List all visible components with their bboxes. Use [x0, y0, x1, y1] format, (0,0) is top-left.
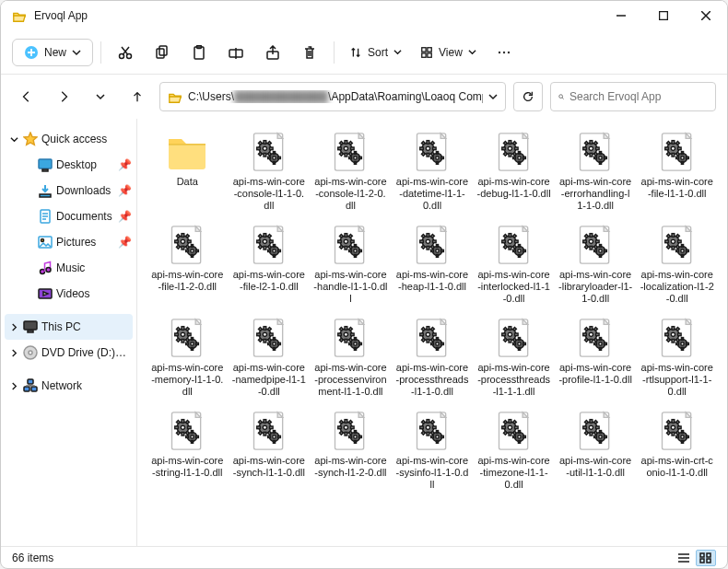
file-item[interactable]: api-ms-win-core-util-l1-1-0.dll: [557, 405, 635, 494]
view-icon: [420, 46, 433, 59]
share-button[interactable]: [256, 36, 289, 69]
new-button[interactable]: New: [12, 39, 93, 66]
file-item[interactable]: api-ms-win-core-handle-l1-1-0.dll: [311, 219, 390, 308]
sidebar-item-music[interactable]: Music: [19, 255, 133, 281]
dll-icon: [410, 409, 454, 453]
quick-access[interactable]: Quick access: [5, 126, 133, 152]
copy-button[interactable]: [146, 36, 179, 69]
svg-rect-45: [422, 52, 426, 56]
dll-icon: [328, 409, 372, 453]
dll-icon: [247, 223, 291, 267]
chevron-down-icon[interactable]: [488, 92, 498, 101]
maximize-button[interactable]: [642, 1, 685, 30]
file-item[interactable]: api-ms-win-core-interlocked-l1-1-0.dll: [475, 219, 553, 308]
file-item[interactable]: api-ms-win-core-synch-l1-1-0.dll: [230, 405, 309, 494]
pin-icon: 📌: [118, 236, 129, 249]
dll-icon: [247, 130, 291, 174]
svg-point-49: [508, 51, 510, 52]
file-item[interactable]: api-ms-win-core-file-l1-2-0.dll: [148, 219, 227, 308]
file-item[interactable]: api-ms-win-core-libraryloader-l1-1-0.dll: [557, 219, 635, 308]
delete-button[interactable]: [293, 36, 326, 69]
file-item[interactable]: api-ms-win-core-console-l1-1-0.dll: [230, 126, 309, 215]
file-item[interactable]: api-ms-win-core-string-l1-1-0.dll: [148, 405, 227, 494]
explorer-window: Ervoql App New Sort View C:\Users\██████…: [0, 0, 728, 569]
music-icon: [38, 261, 53, 275]
file-item[interactable]: api-ms-win-core-heap-l1-1-0.dll: [393, 219, 472, 308]
dll-icon: [573, 316, 617, 360]
back-button[interactable]: [12, 82, 41, 111]
file-item[interactable]: api-ms-win-core-debug-l1-1-0.dll: [475, 126, 553, 215]
chevron-right-icon[interactable]: [8, 323, 19, 331]
navbar: C:\Users\████████████\AppData\Roaming\Lo…: [1, 75, 727, 119]
file-item[interactable]: api-ms-win-core-file-l2-1-0.dll: [230, 219, 309, 308]
dll-icon: [328, 223, 372, 267]
file-item[interactable]: api-ms-win-core-datetime-l1-1-0.dll: [393, 126, 472, 215]
sidebar-item-network[interactable]: Network: [5, 373, 133, 399]
file-name: api-ms-win-core-processthreads-l1-1-1.dl…: [475, 362, 553, 398]
sidebar-item-dvd[interactable]: DVD Drive (D:) CCCC: [5, 340, 133, 366]
file-item[interactable]: api-ms-win-core-console-l1-2-0.dll: [311, 126, 390, 215]
chevron-right-icon[interactable]: [8, 382, 19, 390]
dll-icon: [165, 409, 209, 453]
chevron-down-icon[interactable]: [8, 135, 19, 144]
view-button[interactable]: View: [413, 41, 484, 64]
file-item[interactable]: api-ms-win-core-processenvironment-l1-1-…: [311, 312, 390, 401]
dll-icon: [247, 316, 291, 360]
view-label: View: [439, 46, 463, 59]
sort-button[interactable]: Sort: [342, 41, 409, 64]
file-item[interactable]: api-ms-win-core-synch-l1-2-0.dll: [311, 405, 390, 494]
new-label: New: [44, 46, 66, 59]
up-button[interactable]: [123, 82, 152, 111]
sidebar-item-thispc[interactable]: This PC: [5, 314, 133, 340]
file-item[interactable]: api-ms-win-core-file-l1-1-0.dll: [638, 126, 716, 215]
desktop-icon: [38, 157, 53, 172]
search-box[interactable]: [550, 82, 716, 111]
file-item[interactable]: api-ms-win-core-processthreads-l1-1-1.dl…: [475, 312, 553, 401]
dll-icon: [410, 223, 454, 267]
sidebar-item-downloads[interactable]: Downloads📌: [19, 178, 133, 203]
search-input[interactable]: [569, 90, 708, 103]
toolbar: New Sort View: [1, 30, 727, 75]
file-item[interactable]: api-ms-win-core-timezone-l1-1-0.dll: [475, 405, 553, 494]
file-item[interactable]: api-ms-win-core-namedpipe-l1-1-0.dll: [230, 312, 309, 401]
close-button[interactable]: [685, 1, 727, 30]
file-item[interactable]: api-ms-win-core-sysinfo-l1-1-0.dll: [393, 405, 472, 494]
file-item[interactable]: api-ms-win-crt-conio-l1-1-0.dll: [638, 405, 716, 494]
forward-button[interactable]: [49, 82, 78, 111]
file-item[interactable]: api-ms-win-core-profile-l1-1-0.dll: [557, 312, 635, 401]
more-button[interactable]: [487, 36, 521, 69]
refresh-button[interactable]: [513, 82, 543, 111]
folder-item[interactable]: Data: [148, 126, 227, 215]
file-name: api-ms-win-core-heap-l1-1-0.dll: [393, 269, 472, 293]
status-bar: 66 items: [1, 546, 727, 568]
svg-rect-33: [660, 12, 668, 20]
file-item[interactable]: api-ms-win-core-processthreads-l1-1-0.dl…: [393, 312, 472, 401]
sidebar-item-pictures[interactable]: Pictures📌: [19, 229, 133, 255]
rename-button[interactable]: [219, 36, 252, 69]
folder-icon: [168, 89, 182, 104]
file-pane[interactable]: Dataapi-ms-win-core-console-l1-1-0.dllap…: [137, 119, 727, 546]
file-item[interactable]: api-ms-win-core-errorhandling-l1-1-0.dll: [557, 126, 635, 215]
pin-icon: 📌: [118, 158, 129, 171]
details-view-button[interactable]: [674, 550, 694, 566]
sidebar-item-documents[interactable]: Documents📌: [19, 203, 133, 229]
file-item[interactable]: api-ms-win-core-rtlsupport-l1-1-0.dll: [638, 312, 716, 401]
address-bar[interactable]: C:\Users\████████████\AppData\Roaming\Lo…: [159, 82, 506, 111]
cut-button[interactable]: [109, 36, 142, 69]
history-button[interactable]: [86, 82, 115, 111]
dll-icon: [165, 316, 209, 360]
chevron-right-icon[interactable]: [8, 349, 19, 357]
svg-point-35: [120, 53, 124, 58]
file-name: api-ms-win-core-file-l1-2-0.dll: [148, 269, 227, 293]
minimize-button[interactable]: [600, 1, 642, 30]
svg-rect-38: [159, 46, 167, 55]
large-icons-view-button[interactable]: [696, 550, 716, 566]
dll-icon: [492, 130, 536, 174]
sidebar-item-desktop[interactable]: Desktop📌: [19, 152, 133, 178]
file-name: api-ms-win-core-memory-l1-1-0.dll: [148, 362, 227, 398]
dll-icon: [492, 409, 536, 453]
paste-button[interactable]: [182, 36, 216, 69]
file-item[interactable]: api-ms-win-core-localization-l1-2-0.dll: [638, 219, 716, 308]
file-item[interactable]: api-ms-win-core-memory-l1-1-0.dll: [148, 312, 227, 401]
sidebar-item-videos[interactable]: Videos: [19, 281, 133, 307]
